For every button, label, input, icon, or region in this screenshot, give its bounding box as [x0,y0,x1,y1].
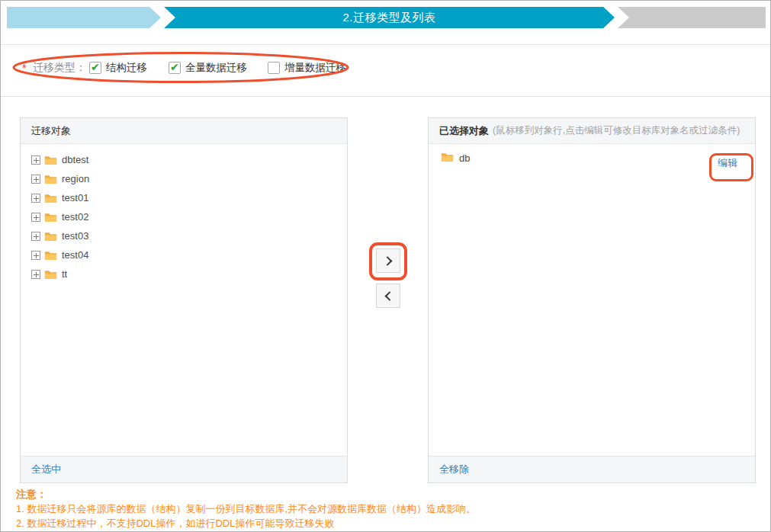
tree-item-label: tt [62,268,67,280]
tree-item-test02[interactable]: test02 [21,207,347,226]
folder-icon [44,212,57,223]
divider-below-types [1,96,770,97]
tree-item-dbtest[interactable]: dbtest [21,150,347,169]
migration-type-row: * 迁移类型： 结构迁移 全量数据迁移 增量数据迁移 [1,54,770,82]
checkbox-label: 结构迁移 [106,61,147,75]
step-3-segment [618,7,766,28]
folder-icon [44,155,57,165]
source-panel-header: 迁移对象 [21,118,347,144]
move-to-source-button[interactable] [376,284,400,308]
expand-plus-icon[interactable] [31,270,40,279]
folder-icon [44,174,57,184]
tree-item-test01[interactable]: test01 [21,188,347,207]
expand-plus-icon[interactable] [31,175,40,184]
selected-object-name: db [459,152,470,164]
tree-item-test04[interactable]: test04 [21,245,347,264]
step-2-segment: 2.迁移类型及列表 [164,7,615,28]
select-all-link[interactable]: 全选中 [31,463,61,476]
source-objects-panel: 迁移对象 dbtest region test01 test02 [20,117,348,483]
expand-plus-icon[interactable] [31,251,40,260]
edit-link[interactable]: 编辑 [718,156,737,170]
checkbox-full-data-migration[interactable]: 全量数据迁移 [169,61,247,75]
chevron-left-icon [384,291,394,301]
note-line-2: 2. 数据迁移过程中，不支持DDL操作，如进行DDL操作可能导致迁移失败 [16,516,476,530]
selected-panel-header: 已选择对象 (鼠标移到对象行,点击编辑可修改目标库对象名或过滤条件) [429,118,755,144]
selected-panel-footer: 全移除 [429,456,755,482]
note-line-1: 1. 数据迁移只会将源库的数据（结构）复制一份到目标数据库,并不会对源数据库数据… [16,502,476,516]
migration-type-label: 迁移类型： [33,61,86,75]
notes-block: 注意： 1. 数据迁移只会将源库的数据（结构）复制一份到目标数据库,并不会对源数… [16,487,476,530]
tree-item-label: region [62,173,89,184]
checkbox-label: 增量数据迁移 [284,61,346,75]
migration-wizard-page: 2.迁移类型及列表 * 迁移类型： 结构迁移 全量数据迁移 增量数据迁移 迁移对… [0,0,771,532]
folder-icon [44,269,57,280]
move-to-selected-button[interactable] [376,248,400,273]
checkbox-label: 全量数据迁移 [185,61,247,75]
tree-item-region[interactable]: region [21,169,347,188]
tree-item-label: test03 [62,230,88,242]
step-1-segment [7,7,161,28]
folder-icon [44,193,57,204]
checkbox-incremental-data-migration[interactable]: 增量数据迁移 [268,61,346,75]
source-panel-footer: 全选中 [21,456,347,482]
checkbox-icon[interactable] [268,62,280,74]
selected-objects-panel: 已选择对象 (鼠标移到对象行,点击编辑可修改目标库对象名或过滤条件) db 编辑… [428,117,756,483]
divider-top [1,44,770,45]
selected-panel-hint: (鼠标移到对象行,点击编辑可修改目标库对象名或过滤条件) [493,124,740,137]
folder-icon [44,231,57,242]
remove-all-link[interactable]: 全移除 [439,463,469,476]
notes-title: 注意： [16,487,476,502]
folder-icon [44,250,57,261]
source-panel-title: 迁移对象 [31,124,71,138]
selected-object-row-db[interactable]: db 编辑 [429,144,755,179]
source-object-tree: dbtest region test01 test02 test03 [21,144,347,284]
expand-plus-icon[interactable] [31,232,40,241]
checkbox-icon[interactable] [169,62,181,74]
tree-item-label: test02 [62,211,88,223]
tree-item-test03[interactable]: test03 [21,226,347,245]
folder-icon [441,152,454,162]
tree-item-label: dbtest [62,154,88,165]
tree-item-tt[interactable]: tt [21,264,347,284]
chevron-right-icon [382,256,392,266]
tree-item-label: test01 [62,192,88,204]
required-asterisk: * [22,62,33,74]
selected-panel-title: 已选择对象 [439,124,489,138]
tree-item-label: test04 [62,249,88,261]
checkbox-structure-migration[interactable]: 结构迁移 [89,61,147,75]
expand-plus-icon[interactable] [31,155,40,165]
checkbox-icon[interactable] [89,62,101,74]
step-2-label: 2.迁移类型及列表 [342,11,435,25]
expand-plus-icon[interactable] [31,213,40,222]
expand-plus-icon[interactable] [31,194,40,203]
